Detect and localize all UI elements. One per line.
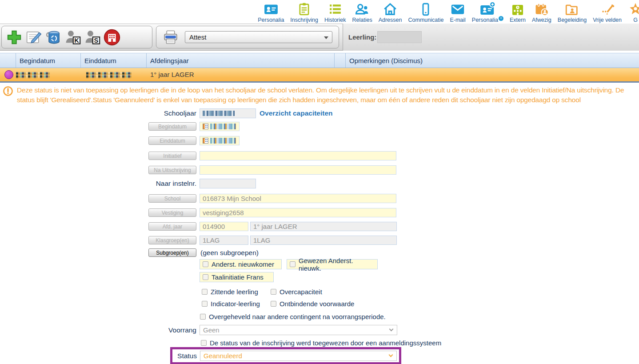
print-icon[interactable] bbox=[161, 28, 180, 47]
nav-historiek[interactable]: Historiek bbox=[321, 1, 349, 23]
column-header-einddatum[interactable]: Einddatum bbox=[81, 53, 147, 68]
status-select[interactable]: Geannuleerd bbox=[200, 351, 397, 361]
checkbox-label: Overcapaciteit bbox=[280, 288, 322, 296]
nav-personalia[interactable]: Personalia bbox=[255, 1, 287, 23]
vestiging-input[interactable]: vestiging2658 bbox=[200, 208, 396, 217]
status-label: Status bbox=[177, 352, 197, 360]
overcapaciteit-checkbox[interactable] bbox=[271, 289, 276, 295]
na-uitschrijving-input[interactable] bbox=[200, 165, 396, 175]
smartphone-icon bbox=[419, 1, 433, 17]
indicator-leerling-checkbox[interactable] bbox=[202, 301, 208, 307]
print-report-group: Attest bbox=[156, 26, 339, 48]
initiatief-input[interactable] bbox=[200, 151, 396, 160]
taalinitiatie-checkbox-row: Taalinitiatie Frans bbox=[200, 272, 274, 282]
dropdown-arrow-icon bbox=[324, 36, 328, 39]
overgeheveld-checkbox[interactable] bbox=[200, 314, 206, 320]
ontbindende-voorwaarde-checkbox[interactable] bbox=[271, 301, 276, 307]
naar-instelnr-input[interactable] bbox=[200, 179, 256, 188]
einddatum-input[interactable] bbox=[200, 136, 240, 145]
list-icon bbox=[328, 1, 343, 17]
nav-label: Extern bbox=[510, 17, 526, 23]
vestiging-value: vestiging2658 bbox=[203, 209, 244, 216]
report-type-select[interactable]: Attest bbox=[185, 31, 332, 43]
chevron-down-icon bbox=[389, 327, 394, 332]
subgroep-button[interactable]: Subgroep(en) bbox=[148, 248, 196, 257]
schooljaar-value-redacted bbox=[203, 111, 235, 116]
checkbox-label: Indicator-leerling bbox=[211, 300, 266, 308]
begindatum-value-redacted bbox=[210, 124, 236, 129]
checkbox-label: Anderst. nieuwkomer bbox=[212, 260, 274, 268]
nav-begeleiding[interactable]: Begeleiding bbox=[555, 1, 590, 23]
nav-clipped-item[interactable]: G bbox=[625, 1, 639, 23]
voorrang-select[interactable]: Geen bbox=[200, 325, 397, 335]
schooljaar-label: Schooljaar bbox=[164, 109, 196, 117]
einddatum-button: Einddatum bbox=[148, 136, 196, 145]
warning-exclamation-icon bbox=[3, 86, 13, 99]
vestiging-button: Vestiging bbox=[148, 208, 196, 217]
delete-icon[interactable] bbox=[44, 28, 63, 47]
column-header-spacer[interactable] bbox=[335, 53, 346, 68]
nav-label: Relaties bbox=[352, 17, 372, 23]
klasgroep-name-input[interactable]: 1LAG bbox=[250, 236, 397, 245]
enrollment-table-header: Begindatum Einddatum Afdelingsjaar Opmer… bbox=[0, 53, 639, 68]
schooljaar-input[interactable] bbox=[200, 108, 256, 118]
add-icon[interactable] bbox=[4, 28, 24, 47]
checkbox-icon[interactable] bbox=[290, 261, 296, 267]
nav-label: Inschrijving bbox=[290, 17, 318, 23]
afdelingsjaar-cell: 1° jaar LAGER bbox=[150, 68, 194, 81]
building-clock-icon bbox=[510, 1, 525, 17]
checkbox-icon[interactable] bbox=[203, 274, 208, 280]
initiatief-button: Initiatief bbox=[148, 152, 196, 160]
nav-label: Afwezig bbox=[532, 17, 551, 23]
overzicht-capaciteiten-link[interactable]: Overzicht capaciteiten bbox=[260, 109, 333, 117]
column-header-opmerkingen[interactable]: Opmerkingen (Discimus) bbox=[346, 53, 639, 68]
nav-personalia-plus[interactable]: Personalia + bbox=[469, 1, 507, 23]
nav-adressen[interactable]: Adressen bbox=[375, 1, 405, 23]
enrollment-table-row-selected[interactable]: 1° jaar LAGER bbox=[0, 68, 639, 83]
school-building-icon[interactable] bbox=[102, 28, 122, 47]
svg-text:K: K bbox=[74, 37, 79, 44]
calendar-person-icon bbox=[534, 1, 549, 17]
nav-relaties[interactable]: Relaties bbox=[349, 1, 375, 23]
checkbox-label: De status van de inschrijving werd toege… bbox=[210, 339, 441, 347]
nav-label: Vrije velden bbox=[593, 17, 622, 23]
nav-inschrijving[interactable]: Inschrijving bbox=[287, 1, 321, 23]
calendar-icon bbox=[203, 124, 208, 129]
nav-label: E-mail bbox=[450, 17, 465, 23]
nav-vrije-velden[interactable]: Vrije velden bbox=[590, 1, 625, 23]
anderst-nieuwkomer-checkbox-row: Anderst. nieuwkomer bbox=[200, 259, 282, 269]
module-nav-bar: Personalia Inschrijving Historiek Relati… bbox=[0, 0, 639, 24]
clipboard-icon bbox=[297, 1, 312, 17]
status-value: Geannuleerd bbox=[204, 352, 242, 360]
na-uitschrijving-button: Na Uitschrijving bbox=[148, 166, 196, 174]
star-icon bbox=[628, 1, 639, 17]
home-icon bbox=[383, 1, 398, 17]
zittende-leerling-checkbox[interactable] bbox=[202, 289, 208, 295]
person-s-icon[interactable]: S bbox=[83, 28, 102, 47]
checkbox-icon[interactable] bbox=[203, 261, 208, 267]
voorrang-label: Voorrang bbox=[168, 326, 196, 334]
column-header-begindatum[interactable]: Begindatum bbox=[16, 53, 81, 68]
nav-email[interactable]: E-mail bbox=[447, 1, 468, 23]
column-header-afdelingsjaar[interactable]: Afdelingsjaar bbox=[147, 53, 335, 68]
folder-person-icon bbox=[564, 1, 579, 17]
begindatum-input[interactable] bbox=[200, 122, 240, 131]
id-card-plus-icon bbox=[479, 1, 495, 17]
pencil-dots-icon bbox=[600, 1, 615, 17]
person-k-icon[interactable]: K bbox=[63, 28, 83, 47]
klasgroep-code-input[interactable]: 1LAG bbox=[200, 236, 248, 245]
nav-label: Begeleiding bbox=[558, 17, 587, 23]
column-header-marker[interactable] bbox=[0, 53, 16, 68]
aanmeldingssysteem-checkbox[interactable] bbox=[201, 340, 207, 346]
checkbox-label: Ontbindende voorwaarde bbox=[280, 300, 354, 308]
school-input[interactable]: 016873 Mijn School bbox=[200, 194, 396, 203]
klasgroep-code: 1LAG bbox=[203, 236, 220, 244]
afd-jaar-code-input[interactable]: 014900 bbox=[200, 222, 248, 231]
nav-extern[interactable]: Extern bbox=[507, 1, 529, 23]
edit-icon[interactable] bbox=[24, 28, 44, 47]
envelope-icon bbox=[450, 1, 465, 17]
nav-communicatie[interactable]: Communicatie bbox=[405, 1, 447, 23]
nav-label: G bbox=[633, 17, 638, 23]
nav-afwezig[interactable]: Afwezig bbox=[529, 1, 555, 23]
afd-jaar-name-input[interactable]: 1° jaar LAGER bbox=[250, 222, 397, 231]
